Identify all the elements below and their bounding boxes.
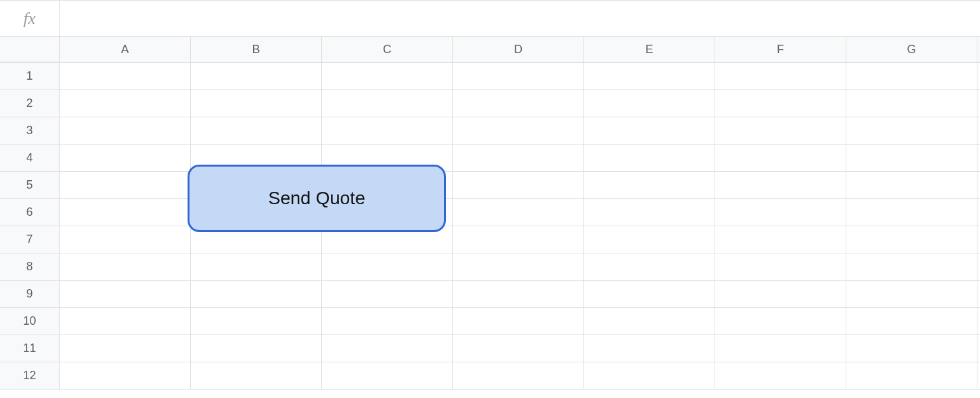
cell[interactable]	[453, 199, 584, 226]
cell[interactable]	[60, 253, 191, 280]
cell[interactable]	[846, 335, 977, 362]
cell[interactable]	[715, 199, 846, 226]
column-header[interactable]: C	[322, 37, 453, 62]
cell[interactable]	[846, 226, 977, 253]
cell[interactable]	[191, 335, 322, 362]
cell[interactable]	[453, 117, 584, 144]
cell[interactable]	[584, 199, 715, 226]
cell[interactable]	[715, 172, 846, 198]
cell[interactable]	[715, 253, 846, 280]
cell[interactable]	[715, 281, 846, 307]
row-header[interactable]: 7	[0, 226, 60, 253]
cell[interactable]	[453, 335, 584, 362]
cell[interactable]	[584, 145, 715, 171]
cell[interactable]	[322, 90, 453, 117]
row-header[interactable]: 3	[0, 117, 60, 144]
cell[interactable]	[322, 117, 453, 144]
cell[interactable]	[453, 281, 584, 307]
column-header[interactable]: B	[191, 37, 322, 62]
cell[interactable]	[453, 63, 584, 89]
cell[interactable]	[846, 281, 977, 307]
cell[interactable]	[584, 253, 715, 280]
cell[interactable]	[584, 117, 715, 144]
cell[interactable]	[584, 90, 715, 117]
cell[interactable]	[322, 253, 453, 280]
cell[interactable]	[846, 145, 977, 171]
cell[interactable]	[715, 308, 846, 334]
row-header[interactable]: 6	[0, 199, 60, 226]
cell[interactable]	[322, 281, 453, 307]
cell[interactable]	[60, 281, 191, 307]
cell[interactable]	[715, 63, 846, 89]
cell[interactable]	[453, 308, 584, 334]
cell[interactable]	[453, 172, 584, 198]
cell[interactable]	[191, 63, 322, 89]
cell[interactable]	[322, 308, 453, 334]
cell[interactable]	[846, 63, 977, 89]
cell[interactable]	[846, 308, 977, 334]
cell[interactable]	[846, 253, 977, 280]
cell[interactable]	[584, 362, 715, 389]
column-header[interactable]: E	[584, 37, 715, 62]
cell[interactable]	[584, 226, 715, 253]
row-header[interactable]: 11	[0, 335, 60, 362]
cell[interactable]	[715, 362, 846, 389]
cell[interactable]	[60, 199, 191, 226]
row-header[interactable]: 12	[0, 362, 60, 389]
cell[interactable]	[715, 335, 846, 362]
cell[interactable]	[584, 281, 715, 307]
cell[interactable]	[60, 63, 191, 89]
row-header[interactable]: 9	[0, 281, 60, 307]
formula-input[interactable]	[60, 1, 980, 36]
cell[interactable]	[60, 308, 191, 334]
cell[interactable]	[60, 145, 191, 171]
cell[interactable]	[60, 172, 191, 198]
cell[interactable]	[191, 117, 322, 144]
cell[interactable]	[191, 281, 322, 307]
column-header[interactable]: A	[60, 37, 191, 62]
cell[interactable]	[584, 172, 715, 198]
rows-container: 1 2 3	[0, 63, 980, 390]
row-header[interactable]: 1	[0, 63, 60, 89]
row-header[interactable]: 5	[0, 172, 60, 198]
cell[interactable]	[60, 362, 191, 389]
cell[interactable]	[322, 362, 453, 389]
cell[interactable]	[60, 90, 191, 117]
cell[interactable]	[846, 199, 977, 226]
cell[interactable]	[60, 117, 191, 144]
cell[interactable]	[191, 362, 322, 389]
cell[interactable]	[453, 90, 584, 117]
cell[interactable]	[584, 63, 715, 89]
cell[interactable]	[846, 90, 977, 117]
cell[interactable]	[60, 226, 191, 253]
row-header[interactable]: 4	[0, 145, 60, 171]
corner-box[interactable]	[0, 37, 60, 62]
cell[interactable]	[715, 117, 846, 144]
column-header[interactable]: D	[453, 37, 584, 62]
row-header[interactable]: 2	[0, 90, 60, 117]
cell[interactable]	[322, 63, 453, 89]
cell[interactable]	[191, 308, 322, 334]
cell[interactable]	[322, 335, 453, 362]
cell[interactable]	[584, 335, 715, 362]
cell[interactable]	[191, 90, 322, 117]
cell[interactable]	[453, 226, 584, 253]
column-header[interactable]: F	[715, 37, 846, 62]
row: 1	[0, 63, 980, 90]
column-header[interactable]: G	[846, 37, 977, 62]
cell[interactable]	[584, 308, 715, 334]
cell[interactable]	[453, 145, 584, 171]
row-header[interactable]: 10	[0, 308, 60, 334]
cell[interactable]	[60, 335, 191, 362]
cell[interactable]	[715, 145, 846, 171]
cell[interactable]	[191, 253, 322, 280]
send-quote-button[interactable]: Send Quote	[188, 165, 446, 232]
cell[interactable]	[453, 362, 584, 389]
cell[interactable]	[453, 253, 584, 280]
row-header[interactable]: 8	[0, 253, 60, 280]
cell[interactable]	[846, 172, 977, 198]
cell[interactable]	[715, 90, 846, 117]
cell[interactable]	[846, 362, 977, 389]
cell[interactable]	[715, 226, 846, 253]
cell[interactable]	[846, 117, 977, 144]
